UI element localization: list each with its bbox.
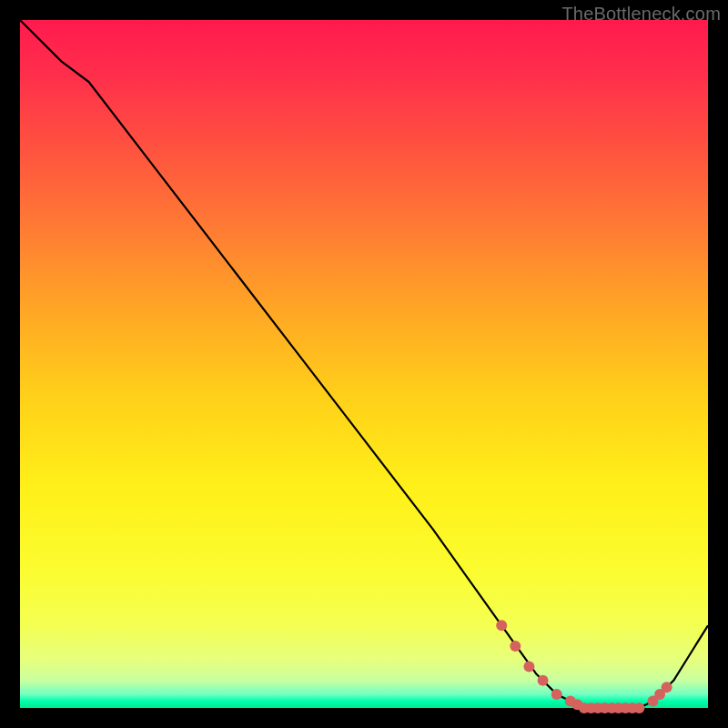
curve-svg bbox=[20, 20, 708, 708]
plot-area bbox=[20, 20, 708, 708]
highlight-dot bbox=[538, 675, 549, 686]
bottleneck-curve bbox=[20, 20, 708, 708]
chart-container: TheBottleneck.com bbox=[0, 0, 728, 728]
watermark-text: TheBottleneck.com bbox=[561, 4, 721, 25]
highlight-dot bbox=[523, 662, 534, 672]
highlight-dot bbox=[496, 620, 507, 631]
highlight-dot bbox=[551, 689, 562, 700]
highlight-dot bbox=[662, 682, 672, 693]
highlight-dots bbox=[496, 620, 672, 713]
highlight-dot bbox=[510, 641, 521, 652]
highlight-dot bbox=[633, 703, 644, 713]
